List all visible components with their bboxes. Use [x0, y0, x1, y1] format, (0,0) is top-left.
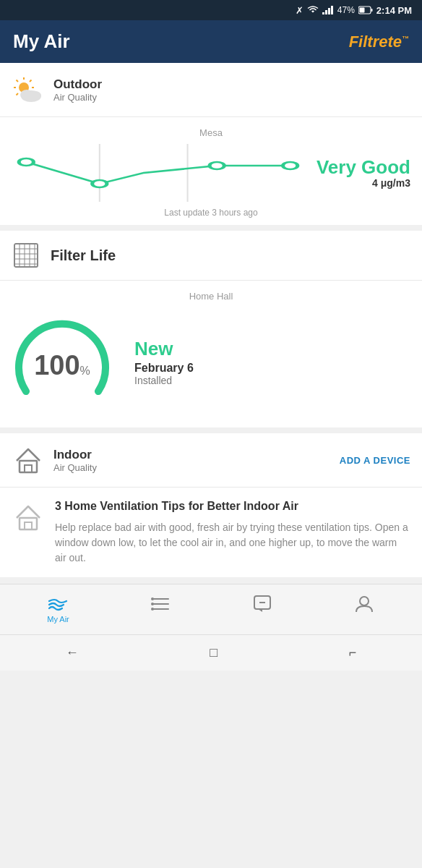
info-chat-icon — [253, 595, 272, 613]
gauge-text: 100% — [34, 350, 90, 381]
profile-icon — [355, 595, 374, 613]
svg-rect-34 — [20, 461, 37, 472]
nav-item-my-air-label: My Air — [47, 615, 69, 624]
android-back-button[interactable]: ← — [51, 639, 93, 666]
outdoor-chart — [12, 144, 305, 202]
add-device-button[interactable]: ADD A DEVICE — [340, 455, 410, 466]
tip-content: 3 Home Ventilation Tips for Better Indoo… — [55, 499, 410, 566]
bluetooth-icon: ✗ — [296, 5, 303, 16]
tip-card[interactable]: 3 Home Ventilation Tips for Better Indoo… — [0, 488, 422, 578]
nav-item-info-label: . — [261, 616, 263, 624]
tip-text: Help replace bad air with good, fresh ai… — [55, 520, 410, 566]
svg-rect-2 — [328, 8, 330, 14]
list-icon — [151, 596, 170, 612]
svg-line-12 — [17, 80, 19, 82]
outdoor-last-update: Last update 3 hours ago — [12, 208, 410, 218]
filter-life-header: Filter Life — [0, 231, 422, 281]
svg-rect-5 — [371, 9, 372, 12]
svg-point-42 — [151, 603, 154, 605]
battery-text: 47% — [337, 5, 355, 15]
wifi-icon — [307, 6, 319, 14]
outdoor-sub-label: Air Quality — [53, 92, 102, 103]
svg-rect-6 — [359, 8, 364, 13]
outdoor-section-header: Outdoor Air Quality — [0, 63, 422, 117]
tip-title: 3 Home Ventilation Tips for Better Indoo… — [55, 499, 410, 514]
android-home-button[interactable]: □ — [195, 639, 232, 666]
svg-rect-25 — [14, 244, 38, 267]
svg-point-43 — [151, 608, 154, 610]
signal-icon — [322, 6, 334, 14]
indoor-main-label: Indoor — [53, 448, 97, 462]
outdoor-location: Mesa — [12, 127, 410, 138]
filter-status-label: New — [134, 339, 410, 359]
outdoor-chart-area: Mesa Very Good 4 μg/m3 — [0, 117, 422, 225]
gauge-number: 100 — [34, 350, 79, 380]
status-icons: ✗ 47% 2:14 PM — [296, 5, 412, 16]
nav-item-info[interactable]: . — [241, 595, 284, 624]
android-recent-button[interactable]: ⌐ — [335, 639, 371, 666]
wind-icon — [48, 595, 69, 613]
filter-installed-date: February 6 — [134, 362, 410, 375]
nav-item-list[interactable]: . — [139, 596, 182, 623]
svg-rect-37 — [25, 522, 32, 529]
svg-line-15 — [17, 93, 19, 95]
svg-line-14 — [30, 80, 32, 82]
indoor-left: Indoor Air Quality — [12, 443, 97, 477]
android-nav: ← □ ⌐ — [0, 634, 422, 671]
indoor-section-header: Indoor Air Quality ADD A DEVICE — [0, 433, 422, 488]
svg-point-22 — [92, 180, 107, 187]
tip-house-icon — [12, 501, 45, 534]
svg-rect-35 — [25, 465, 32, 472]
nav-item-profile-label: . — [363, 616, 365, 624]
svg-point-23 — [210, 162, 224, 169]
status-bar: ✗ 47% 2:14 PM — [0, 0, 422, 20]
battery-icon — [358, 6, 373, 14]
filter-location: Home Hall — [12, 291, 410, 302]
outdoor-main-label: Outdoor — [53, 77, 102, 92]
filter-life-title: Filter Life — [51, 247, 116, 264]
svg-rect-1 — [325, 10, 327, 14]
brand-logo: Filtrete™ — [349, 33, 409, 51]
nav-item-profile[interactable]: . — [343, 595, 386, 624]
filter-status: New February 6 Installed — [134, 339, 410, 387]
bottom-nav: My Air . . . — [0, 584, 422, 634]
gauge-percent-sign: % — [80, 365, 90, 377]
filter-icon — [12, 241, 40, 270]
svg-rect-0 — [322, 12, 324, 14]
outdoor-label: Outdoor Air Quality — [53, 77, 102, 103]
indoor-air-quality-card: Indoor Air Quality ADD A DEVICE 3 Home V… — [0, 433, 422, 578]
svg-rect-3 — [331, 6, 333, 14]
filter-life-content: Home Hall 100% New February 6 Installed — [0, 281, 422, 427]
outdoor-chart-row: Very Good 4 μg/m3 — [12, 144, 410, 202]
filter-gauge: 100% — [12, 312, 113, 413]
nav-item-my-air[interactable]: My Air — [37, 595, 80, 624]
svg-point-24 — [283, 162, 298, 169]
indoor-label: Indoor Air Quality — [53, 448, 97, 473]
nav-item-list-label: . — [159, 614, 161, 623]
indoor-sub-label: Air Quality — [53, 462, 97, 473]
svg-point-18 — [30, 91, 41, 100]
outdoor-quality-label: Very Good — [316, 157, 410, 178]
filter-life-card: Filter Life Home Hall 100% New February … — [0, 231, 422, 427]
app-title: My Air — [13, 30, 70, 53]
svg-point-47 — [360, 597, 369, 605]
svg-rect-36 — [20, 518, 37, 529]
app-header: My Air Filtrete™ — [0, 20, 422, 63]
outdoor-reading-value: 4 μg/m3 — [316, 177, 410, 189]
outdoor-weather-icon — [12, 73, 45, 106]
outdoor-reading: Very Good 4 μg/m3 — [305, 157, 410, 190]
outdoor-air-quality-card: Outdoor Air Quality Mesa — [0, 63, 422, 225]
filter-installed-text: Installed — [134, 375, 410, 386]
indoor-house-icon — [12, 443, 45, 477]
filter-row: 100% New February 6 Installed — [12, 312, 410, 413]
svg-point-21 — [19, 158, 33, 166]
svg-point-41 — [151, 597, 154, 600]
time-display: 2:14 PM — [376, 5, 412, 16]
svg-marker-46 — [258, 609, 262, 612]
